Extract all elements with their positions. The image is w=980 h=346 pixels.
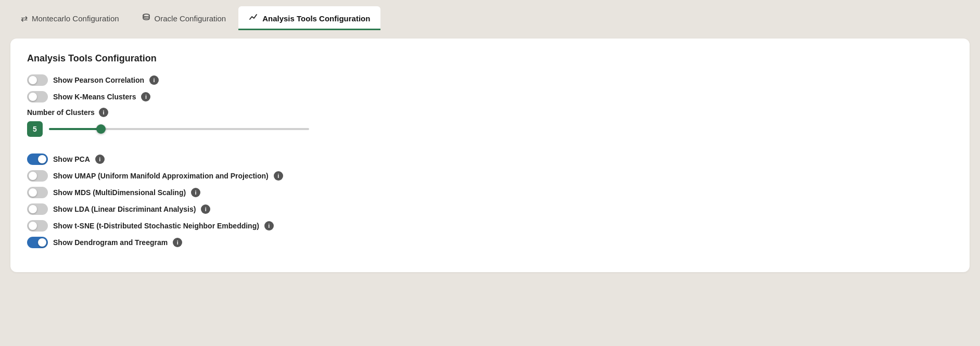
toggle-mds[interactable] — [27, 187, 48, 198]
toggle-pearson-label: Show Pearson Correlation — [53, 76, 144, 84]
tab-montecarlo[interactable]: ⇄ Montecarlo Configuration — [10, 6, 130, 30]
toggle-row-kmeans: Show K-Means Clusters i — [27, 91, 953, 102]
toggle-dendrogram-label: Show Dendrogram and Treegram — [53, 238, 168, 247]
toggle-pca-label: Show PCA — [53, 155, 90, 163]
mds-info-icon[interactable]: i — [191, 188, 200, 197]
toggle-kmeans-label: Show K-Means Clusters — [53, 93, 136, 101]
toggle-tsne-label: Show t-SNE (t-Distributed Stochastic Nei… — [53, 222, 259, 230]
toggle-row-dendrogram: Show Dendrogram and Treegram i — [27, 237, 953, 248]
kmeans-info-icon[interactable]: i — [141, 92, 150, 101]
toggle-row-lda: Show LDA (Linear Discriminant Analysis) … — [27, 203, 953, 215]
montecarlo-icon: ⇄ — [21, 14, 28, 23]
toggle-row-mds: Show MDS (MultiDimensional Scaling) i — [27, 187, 953, 198]
lda-info-icon[interactable]: i — [201, 204, 210, 214]
slider-track — [49, 128, 309, 130]
toggle-row-pca: Show PCA i — [27, 153, 953, 165]
tab-bar: ⇄ Montecarlo Configuration Oracle Config… — [0, 0, 980, 30]
tab-analysis[interactable]: Analysis Tools Configuration — [238, 6, 380, 30]
toggle-row-pearson: Show Pearson Correlation i — [27, 74, 953, 86]
toggle-umap[interactable] — [27, 170, 48, 182]
toggle-umap-label: Show UMAP (Uniform Manifold Approximatio… — [53, 172, 269, 180]
cluster-label: Number of Clusters i — [27, 108, 953, 117]
toggle-tsne[interactable] — [27, 220, 48, 232]
toggle-mds-label: Show MDS (MultiDimensional Scaling) — [53, 188, 186, 197]
card-title: Analysis Tools Configuration — [27, 53, 953, 64]
slider-thumb — [96, 124, 106, 134]
toggle-pca[interactable] — [27, 153, 48, 165]
toggle-row-tsne: Show t-SNE (t-Distributed Stochastic Nei… — [27, 220, 953, 232]
tab-montecarlo-label: Montecarlo Configuration — [32, 14, 119, 23]
svg-point-0 — [143, 14, 149, 17]
toggle-lda[interactable] — [27, 203, 48, 215]
pca-info-icon[interactable]: i — [95, 155, 105, 164]
toggle-lda-label: Show LDA (Linear Discriminant Analysis) — [53, 205, 196, 213]
toggle-row-umap: Show UMAP (Uniform Manifold Approximatio… — [27, 170, 953, 182]
oracle-icon — [142, 13, 150, 23]
analysis-icon — [249, 12, 258, 24]
slider-fill — [49, 128, 101, 130]
cluster-info-icon[interactable]: i — [99, 108, 108, 117]
slider-value: 5 — [27, 121, 43, 137]
toggle-pearson[interactable] — [27, 74, 48, 86]
divider — [27, 146, 953, 153]
toggle-dendrogram[interactable] — [27, 237, 48, 248]
toggle-kmeans[interactable] — [27, 91, 48, 102]
umap-info-icon[interactable]: i — [274, 171, 283, 181]
pearson-info-icon[interactable]: i — [149, 75, 159, 85]
config-card: Analysis Tools Configuration Show Pearso… — [10, 39, 970, 272]
dendrogram-info-icon[interactable]: i — [173, 238, 182, 247]
tab-oracle[interactable]: Oracle Configuration — [132, 6, 237, 30]
tsne-info-icon[interactable]: i — [264, 221, 274, 230]
main-content: Analysis Tools Configuration Show Pearso… — [0, 30, 980, 283]
tab-oracle-label: Oracle Configuration — [155, 14, 226, 23]
cluster-section: Number of Clusters i 5 — [27, 108, 953, 137]
slider-row: 5 — [27, 121, 953, 137]
tab-analysis-label: Analysis Tools Configuration — [262, 14, 370, 23]
slider-wrapper — [49, 124, 309, 134]
